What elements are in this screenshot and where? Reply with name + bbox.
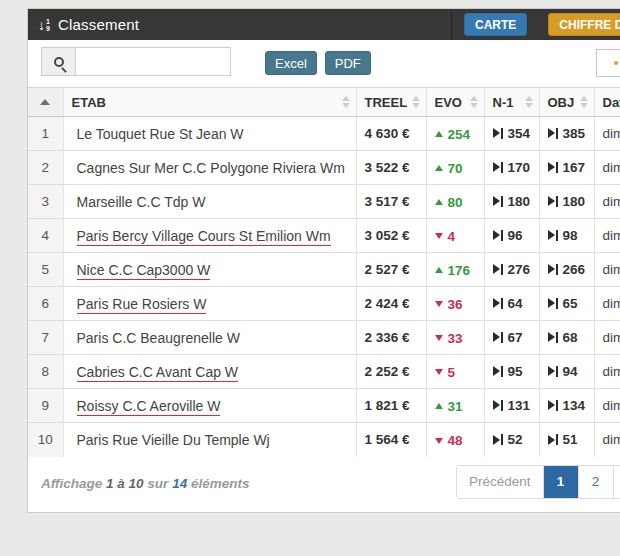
rank-cell: 6 [28,287,63,321]
evo-trend-icon [435,233,443,239]
obj-value: 94 [563,364,578,379]
n1-value: 96 [508,228,523,243]
etab-cell: Le Touquet Rue St Jean W [63,117,356,151]
etab-name[interactable]: Paris Bercy Village Cours St Emilion Wm [77,228,331,246]
obj-cell: 68 [539,321,594,355]
date-filter-input[interactable] [596,49,620,77]
n1-value: 95 [508,364,523,379]
treel-cell: 2 527 € [356,253,426,287]
date-cell: dim [594,321,620,355]
treel-cell: 3 517 € [356,185,426,219]
rank-cell: 5 [28,253,63,287]
evo-cell: 70 [426,151,484,185]
n1-value: 276 [508,262,531,277]
etab-name[interactable]: Paris Rue Vieille Du Temple Wj [77,432,270,448]
n1-cell: 276 [484,253,539,287]
excel-export-button[interactable]: Excel [265,51,317,75]
column-header-treel[interactable]: TREEL [356,88,426,117]
table-row[interactable]: 7 Paris C.C Beaugrenelle W 2 336 € 33 67… [28,321,620,355]
etab-name[interactable]: Le Touquet Rue St Jean W [77,126,244,142]
rank-cell: 4 [28,219,63,253]
sort-icon [525,96,533,108]
n1-value: 131 [508,398,531,413]
table-toolbar: Excel PDF [28,40,620,87]
step-forward-icon [493,298,503,309]
column-header-date[interactable]: Date [594,88,620,117]
pdf-export-button[interactable]: PDF [325,51,371,75]
n1-cell: 64 [484,287,539,321]
page-button[interactable]: Précédent [457,466,544,498]
page-button[interactable]: 2 [579,466,614,498]
evo-cell: 176 [426,253,484,287]
n1-cell: 131 [484,389,539,423]
table-row[interactable]: 6 Paris Rue Rosiers W 2 424 € 36 64 65 [28,287,620,321]
obj-cell: 180 [539,185,594,219]
table-row[interactable]: 10 Paris Rue Vieille Du Temple Wj 1 564 … [28,423,620,457]
column-header-n1[interactable]: N-1 [484,88,539,117]
rank-cell: 1 [28,117,63,151]
evo-trend-icon [435,438,443,444]
table-body: 1 Le Touquet Rue St Jean W 4 630 € 254 3… [28,117,620,457]
obj-value: 51 [563,432,578,447]
etab-name[interactable]: Cabries C.C Avant Cap W [77,364,239,382]
n1-cell: 52 [484,423,539,457]
step-forward-icon [493,332,503,343]
rank-cell: 8 [28,355,63,389]
step-forward-icon [548,128,558,139]
rank-cell: 10 [28,423,63,457]
step-forward-icon [548,366,558,377]
etab-name[interactable]: Cagnes Sur Mer C.C Polygone Riviera Wm [77,160,345,176]
column-header-etab[interactable]: ETAB [63,88,356,117]
n1-cell: 96 [484,219,539,253]
table-row[interactable]: 3 Marseille C.C Tdp W 3 517 € 80 180 180 [28,185,620,219]
step-forward-icon [493,264,503,275]
treel-cell: 2 336 € [356,321,426,355]
evo-trend-icon [435,131,443,137]
evo-trend-icon [435,403,443,409]
etab-cell: Paris C.C Beaugrenelle W [63,321,356,355]
column-header-rank[interactable] [28,88,63,117]
column-header-obj[interactable]: OBJ [539,88,594,117]
step-forward-icon [548,196,558,207]
table-row[interactable]: 1 Le Touquet Rue St Jean W 4 630 € 254 3… [28,117,620,151]
page-button[interactable]: Suivant [614,466,620,498]
search-input[interactable] [75,47,231,76]
treel-cell: 1 821 € [356,389,426,423]
date-filter-marker [614,61,618,65]
etab-name[interactable]: Paris C.C Beaugrenelle W [77,330,240,346]
date-cell: dim [594,423,620,457]
carte-button[interactable]: CARTE [464,13,527,36]
evo-cell: 5 [426,355,484,389]
table-row[interactable]: 5 Nice C.C Cap3000 W 2 527 € 176 276 266 [28,253,620,287]
table-row[interactable]: 4 Paris Bercy Village Cours St Emilion W… [28,219,620,253]
table-row[interactable]: 9 Roissy C.C Aeroville W 1 821 € 31 131 … [28,389,620,423]
table-row[interactable]: 2 Cagnes Sur Mer C.C Polygone Riviera Wm… [28,151,620,185]
etab-name[interactable]: Roissy C.C Aeroville W [77,398,221,416]
chiffre-daffaires-button[interactable]: CHIFFRE D'AFFAIRES [548,13,620,36]
table-row[interactable]: 8 Cabries C.C Avant Cap W 2 252 € 5 95 9… [28,355,620,389]
step-forward-icon [493,230,503,241]
n1-cell: 180 [484,185,539,219]
obj-cell: 65 [539,287,594,321]
evo-value: 5 [448,365,456,380]
date-cell: dim [594,389,620,423]
step-forward-icon [548,230,558,241]
etab-name[interactable]: Marseille C.C Tdp W [77,194,206,210]
etab-cell: Roissy C.C Aeroville W [63,389,356,423]
treel-cell: 2 252 € [356,355,426,389]
obj-cell: 134 [539,389,594,423]
evo-trend-icon [435,335,443,341]
evo-value: 80 [448,195,463,210]
column-header-evo[interactable]: EVO [426,88,484,117]
n1-value: 67 [508,330,523,345]
obj-value: 180 [563,194,586,209]
step-forward-icon [493,400,503,411]
step-forward-icon [493,434,503,445]
etab-cell: Paris Bercy Village Cours St Emilion Wm [63,219,356,253]
etab-name[interactable]: Paris Rue Rosiers W [77,296,207,314]
page-button[interactable]: 1 [544,466,579,498]
date-cell: dim [594,219,620,253]
etab-name[interactable]: Nice C.C Cap3000 W [77,262,211,280]
evo-value: 48 [448,433,463,448]
obj-value: 385 [563,126,586,141]
